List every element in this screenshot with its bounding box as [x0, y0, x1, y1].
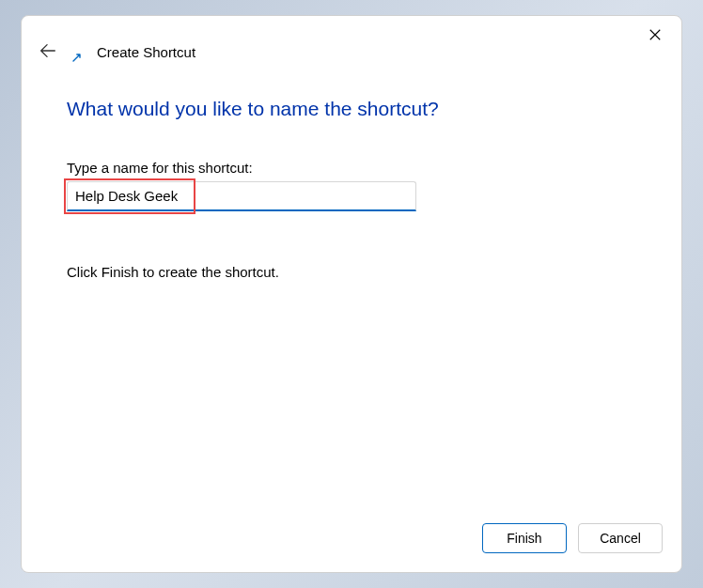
dialog-title: Create Shortcut	[97, 44, 195, 60]
name-field-label: Type a name for this shortcut:	[67, 160, 636, 176]
shortcut-icon	[72, 49, 84, 60]
content-area: What would you like to name the shortcut…	[22, 68, 681, 508]
dialog-footer: Finish Cancel	[22, 508, 681, 572]
shortcut-name-input[interactable]	[67, 181, 416, 211]
main-heading: What would you like to name the shortcut…	[67, 98, 636, 120]
create-shortcut-dialog: Create Shortcut What would you like to n…	[21, 15, 682, 573]
finish-button[interactable]: Finish	[482, 523, 567, 553]
back-arrow-icon[interactable]	[37, 40, 59, 64]
header-row: Create Shortcut	[22, 40, 681, 68]
cancel-button[interactable]: Cancel	[578, 523, 663, 553]
instruction-text: Click Finish to create the shortcut.	[67, 264, 636, 280]
name-input-wrapper	[67, 181, 416, 211]
